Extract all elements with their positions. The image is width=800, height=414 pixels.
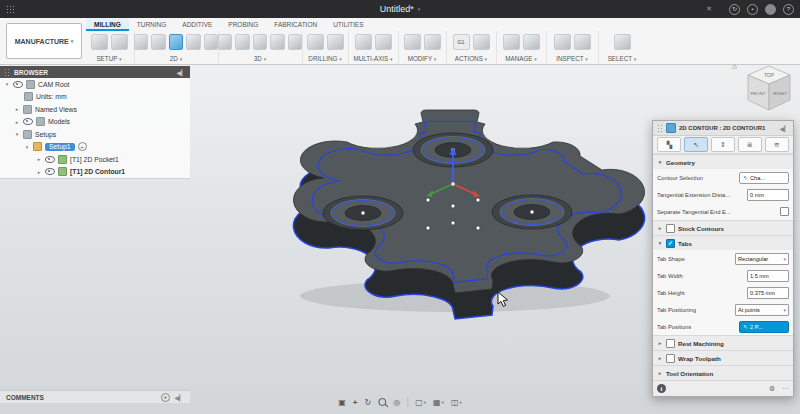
multiaxis-contour-icon[interactable] [375, 34, 392, 50]
tab-additive[interactable]: ADDITIVE [174, 18, 220, 31]
stock-contours-checkbox[interactable] [666, 224, 675, 233]
more-options-icon[interactable]: ⋯ [782, 385, 789, 392]
3d-pocket-icon[interactable] [235, 34, 249, 50]
bore-icon[interactable] [327, 34, 344, 50]
display-settings-icon[interactable]: ▢▾ [415, 398, 426, 407]
delete-passes-icon[interactable] [424, 34, 441, 50]
tool-library-icon[interactable] [503, 34, 520, 50]
orbit-icon[interactable]: ↻ [365, 398, 372, 407]
dialog-header[interactable]: 2D CONTOUR : 2D CONTOUR1 ◀▏ [653, 121, 793, 136]
tree-item-units[interactable]: Units: mm [0, 91, 190, 104]
help-icon[interactable]: ? [783, 4, 794, 15]
section-analysis-icon[interactable] [574, 34, 591, 50]
settings-gear-icon[interactable]: ⚙ [769, 385, 775, 392]
stock-icon[interactable] [111, 34, 128, 50]
tree-item-2d-pocket1[interactable]: ▸ [T1] 2D Pocket1 [0, 153, 190, 166]
document-tab[interactable]: Untitled* ▾ [380, 4, 421, 14]
expand-triangle-icon[interactable]: ▾ [14, 131, 20, 137]
panel-grip-icon[interactable] [4, 68, 10, 76]
job-status-icon[interactable]: ↻ [729, 4, 740, 15]
rest-machining-checkbox[interactable] [666, 339, 675, 348]
panel-collapse-icon[interactable]: ◀▏ [175, 394, 184, 401]
3d-scallop-icon[interactable] [288, 34, 302, 50]
2d-pocket-icon[interactable] [151, 34, 165, 50]
expand-triangle-icon[interactable]: ▸ [36, 156, 42, 162]
wrap-toolpath-checkbox[interactable] [666, 354, 675, 363]
expand-triangle-icon[interactable]: ▾ [4, 81, 10, 87]
group-dropdown-select[interactable]: SELECT ▾ [598, 55, 646, 62]
group-dropdown-3d[interactable]: 3D ▾ [218, 55, 302, 62]
2d-contour-icon[interactable] [169, 34, 183, 50]
pan-icon[interactable]: + [353, 398, 358, 407]
new-setup-icon[interactable] [91, 34, 108, 50]
dialog-collapse-icon[interactable]: ◀▏ [780, 125, 789, 132]
linking-tab-icon[interactable]: ≋ [765, 137, 789, 152]
tree-item-models[interactable]: ▸ Models [0, 116, 190, 129]
visibility-eye-icon[interactable] [23, 118, 33, 125]
section-expand-icon[interactable]: ▸ [657, 355, 663, 361]
tab-turning[interactable]: TURNING [129, 18, 175, 31]
tab-milling[interactable]: MILLING [86, 18, 129, 31]
expand-triangle-icon[interactable]: ▸ [14, 119, 20, 125]
tree-item-cam-root[interactable]: ▾ CAM Root [0, 78, 190, 91]
browser-panel-header[interactable]: BROWSER ◀▏ [0, 66, 190, 78]
section-wrap-toolpath[interactable]: ▸ Wrap Toolpath [653, 350, 793, 365]
2d-adaptive-icon[interactable] [134, 34, 148, 50]
drill-icon[interactable] [307, 34, 324, 50]
grid-display-icon[interactable]: ▦▾ [433, 398, 444, 407]
section-tabs[interactable]: ▾ Tabs [653, 235, 793, 250]
group-dropdown-setup[interactable]: SETUP ▾ [84, 55, 134, 62]
view-cube-front-label[interactable]: FRONT [750, 91, 765, 96]
panel-collapse-icon[interactable]: ◀▏ [177, 69, 186, 76]
model-boss-right[interactable] [492, 195, 572, 229]
contour-selection-button[interactable]: ↖ Cha... [739, 172, 789, 184]
new-operation-plus-icon[interactable]: + [78, 142, 87, 151]
section-stock-contours[interactable]: ▸ Stock Contours [653, 220, 793, 235]
view-cube-top-label[interactable]: TOP [764, 72, 775, 78]
geometry-tab-icon[interactable]: ↖ [684, 137, 708, 152]
group-dropdown-drilling[interactable]: DRILLING ▾ [302, 55, 348, 62]
section-expand-icon[interactable]: ▸ [657, 340, 663, 346]
heights-tab-icon[interactable]: ⇕ [711, 137, 735, 152]
group-dropdown-modify[interactable]: MODIFY ▾ [398, 55, 446, 62]
tangential-extension-input[interactable]: 0 mm [747, 189, 789, 201]
selected-row-label[interactable]: Setup1 [45, 143, 75, 151]
section-expand-icon[interactable]: ▸ [657, 225, 663, 231]
section-expand-icon[interactable]: ▾ [657, 159, 663, 165]
3d-adaptive-icon[interactable] [218, 34, 232, 50]
expand-triangle-icon[interactable]: ▸ [14, 106, 20, 112]
tool-tab-icon[interactable]: ▚ [657, 137, 681, 152]
tab-shape-select[interactable]: Rectangular▾ [735, 253, 789, 265]
user-avatar[interactable] [765, 4, 776, 15]
tab-utilities[interactable]: UTILITIES [325, 18, 371, 31]
info-icon[interactable]: i [657, 384, 666, 393]
section-tool-orientation[interactable]: ▸ Tool Orientation [653, 365, 793, 380]
separate-tangential-checkbox[interactable] [780, 207, 789, 216]
2d-trace-icon[interactable] [204, 34, 218, 50]
fit-icon[interactable]: ▣ [338, 398, 346, 407]
model-3d-part[interactable] [250, 88, 650, 328]
measure-icon[interactable] [554, 34, 571, 50]
look-at-icon[interactable]: ◎ [393, 398, 400, 407]
simulate-icon[interactable] [473, 34, 490, 50]
select-tool-icon[interactable] [614, 34, 631, 50]
close-tab-icon[interactable]: ✕ [706, 5, 712, 13]
view-cube-right-label[interactable]: RIGHT [773, 91, 787, 96]
expand-triangle-icon[interactable]: ▸ [36, 169, 42, 175]
group-dropdown-2d[interactable]: 2D ▾ [134, 55, 218, 62]
workspace-selector[interactable]: MANUFACTURE ▾ [6, 23, 82, 59]
section-expand-icon[interactable]: ▾ [657, 240, 663, 246]
tab-positions-selection-button[interactable]: ↖ 2 P... [739, 321, 789, 333]
visibility-eye-icon[interactable] [45, 156, 55, 163]
model-boss-left[interactable] [323, 196, 403, 230]
tab-fabrication[interactable]: FABRICATION [266, 18, 325, 31]
trim-icon[interactable] [404, 34, 421, 50]
zoom-icon[interactable] [378, 398, 386, 406]
notifications-icon[interactable]: • [747, 4, 758, 15]
section-expand-icon[interactable]: ▸ [657, 370, 663, 376]
tab-positioning-select[interactable]: At points▾ [735, 304, 789, 316]
group-dropdown-manage[interactable]: MANAGE ▾ [496, 55, 546, 62]
expand-triangle-icon[interactable]: ▾ [24, 144, 30, 150]
tabs-checkbox[interactable] [666, 239, 675, 248]
passes-tab-icon[interactable]: ≣ [738, 137, 762, 152]
